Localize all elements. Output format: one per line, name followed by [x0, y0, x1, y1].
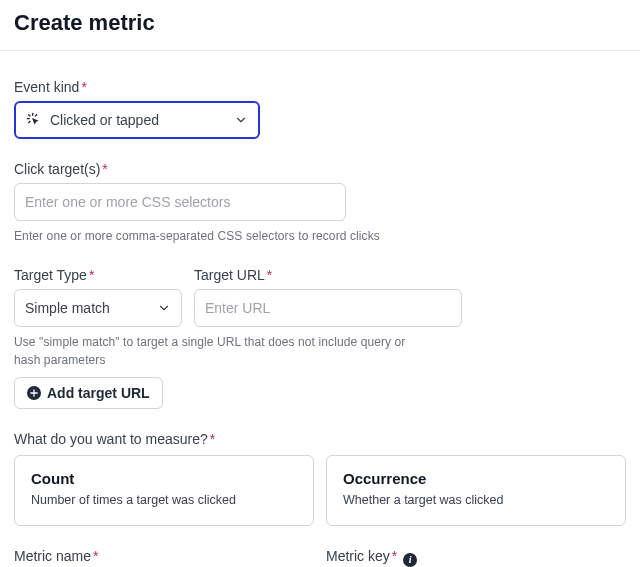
svg-line-4: [29, 121, 30, 122]
measure-option-title: Count: [31, 470, 297, 487]
required-asterisk: *: [392, 548, 397, 564]
metric-name-label: Metric name*: [14, 548, 314, 564]
chevron-down-icon: [157, 301, 171, 315]
required-asterisk: *: [210, 431, 215, 447]
measure-option-desc: Whether a target was clicked: [343, 493, 609, 507]
event-kind-select[interactable]: Clicked or tapped: [14, 101, 260, 139]
info-icon[interactable]: i: [403, 553, 417, 567]
required-asterisk: *: [102, 161, 107, 177]
required-asterisk: *: [81, 79, 86, 95]
page-title: Create metric: [14, 10, 626, 36]
target-type-select[interactable]: Simple match: [14, 289, 182, 327]
measure-option-title: Occurrence: [343, 470, 609, 487]
measure-option-occurrence[interactable]: Occurrence Whether a target was clicked: [326, 455, 626, 526]
target-url-input[interactable]: [194, 289, 462, 327]
click-targets-input[interactable]: [14, 183, 346, 221]
required-asterisk: *: [89, 267, 94, 283]
svg-line-0: [29, 115, 30, 116]
event-kind-label: Event kind*: [14, 79, 626, 95]
click-icon: [26, 112, 42, 128]
target-type-help: Use "simple match" to target a single UR…: [14, 333, 434, 369]
add-target-url-label: Add target URL: [47, 385, 150, 401]
target-type-label: Target Type*: [14, 267, 182, 283]
click-targets-help: Enter one or more comma-separated CSS se…: [14, 227, 626, 245]
required-asterisk: *: [93, 548, 98, 564]
target-url-label: Target URL*: [194, 267, 462, 283]
divider: [0, 50, 640, 51]
click-targets-label: Click target(s)*: [14, 161, 626, 177]
chevron-down-icon: [234, 113, 248, 127]
measure-label: What do you want to measure?*: [14, 431, 626, 447]
metric-key-label: Metric key* i: [326, 548, 626, 567]
event-kind-value: Clicked or tapped: [50, 112, 159, 128]
target-type-value: Simple match: [25, 300, 110, 316]
svg-line-3: [35, 115, 36, 116]
measure-option-count[interactable]: Count Number of times a target was click…: [14, 455, 314, 526]
plus-circle-icon: [27, 386, 41, 400]
add-target-url-button[interactable]: Add target URL: [14, 377, 163, 409]
required-asterisk: *: [267, 267, 272, 283]
measure-option-desc: Number of times a target was clicked: [31, 493, 297, 507]
